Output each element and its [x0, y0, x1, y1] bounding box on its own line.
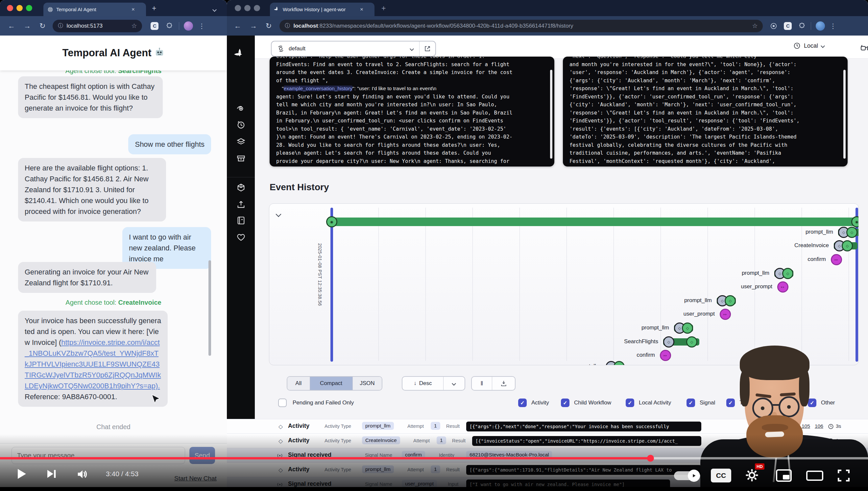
captions-button[interactable]: CC	[711, 469, 731, 483]
timeline-row-label[interactable]: user_prompt	[715, 283, 772, 290]
workflow-input-json-left[interactable]: escription": "Help the user gather args …	[270, 57, 554, 167]
activity-completed-marker[interactable]: ◇	[846, 227, 858, 238]
workflow-execution-bar[interactable]	[332, 218, 857, 226]
chat-scrollbar[interactable]	[209, 260, 211, 356]
docs-book-icon[interactable]	[236, 215, 247, 226]
browser-extension-icon[interactable]	[770, 22, 777, 30]
timezone-select[interactable]: Local	[794, 42, 824, 49]
share-upload-icon[interactable]	[236, 199, 247, 210]
tab-temporal-ai-agent[interactable]: Temporal AI Agent ×	[43, 3, 146, 16]
extensions-puzzle-icon[interactable]	[166, 22, 173, 30]
chrome-menu-icon[interactable]: ⋮	[830, 23, 836, 29]
zoom-window-button[interactable]	[26, 5, 32, 11]
schedules-icon[interactable]	[236, 119, 247, 131]
signal-marker[interactable]: ▸▸	[660, 350, 671, 361]
pending-failed-checkbox[interactable]	[278, 399, 287, 407]
volume-button[interactable]	[76, 468, 89, 481]
activity-completed-marker[interactable]: ◇	[686, 336, 698, 348]
timeline-row-label[interactable]: user_prompt	[657, 311, 715, 317]
filter-local-activity-checkbox[interactable]: ✓	[626, 399, 634, 407]
fullscreen-button[interactable]	[836, 469, 851, 483]
zoom-window-button[interactable]	[254, 5, 260, 11]
workflow-start-marker[interactable]: ◉	[326, 216, 337, 227]
timeline-row-label[interactable]: prompt_llm	[543, 363, 601, 365]
bookmark-star-icon[interactable]: ☆	[752, 22, 757, 30]
view-all-button[interactable]: All	[287, 377, 310, 390]
profile-avatar[interactable]	[184, 21, 193, 31]
download-history-button[interactable]	[492, 377, 515, 390]
extension-c-icon[interactable]: C	[151, 22, 158, 30]
timeline-row-label[interactable]: prompt_llm	[712, 270, 769, 277]
feedback-heart-icon[interactable]	[236, 232, 247, 243]
sort-desc-button[interactable]: ↓Desc	[402, 377, 443, 390]
timeline-row-label[interactable]: confirm	[768, 256, 826, 263]
activity-scheduled-marker[interactable]: ◇	[663, 336, 674, 348]
close-tab-icon[interactable]: ×	[131, 6, 135, 13]
minimize-window-button[interactable]	[244, 5, 251, 11]
address-bar[interactable]: ⓘ localhost:5173 ☆	[53, 20, 142, 32]
timeline-row-label[interactable]: CreateInvoice	[771, 242, 829, 249]
result-code-chip[interactable]: [{"invoiceStatus":"open","invoiceURL":"h…	[472, 436, 701, 446]
extensions-puzzle-icon[interactable]	[798, 22, 806, 30]
temporal-logo-icon[interactable]	[234, 49, 245, 60]
archive-icon[interactable]	[236, 153, 247, 164]
stack-layers-icon[interactable]	[236, 136, 247, 147]
view-compact-button[interactable]: Compact	[310, 377, 353, 390]
activity-completed-marker[interactable]: ◇	[842, 240, 853, 252]
next-button[interactable]	[45, 468, 57, 480]
close-window-button[interactable]	[7, 5, 13, 11]
cube-icon[interactable]	[236, 182, 247, 193]
close-tab-icon[interactable]: ×	[360, 6, 363, 13]
new-tab-button[interactable]: +	[381, 4, 386, 13]
activity-completed-marker[interactable]: ◇	[614, 361, 625, 365]
timeline-row-label[interactable]: confirm	[597, 352, 655, 358]
tab-workflow-history[interactable]: Workflow History | agent-wor ×	[270, 3, 374, 16]
labs-glasses-icon[interactable]	[861, 44, 868, 52]
back-button[interactable]: ←	[234, 22, 241, 30]
close-window-button[interactable]	[235, 5, 241, 11]
site-info-icon[interactable]: ⓘ	[58, 22, 63, 29]
filter-child-workflow-checkbox[interactable]: ✓	[561, 399, 569, 407]
code-scrollbar[interactable]	[843, 70, 846, 158]
bookmark-star-icon[interactable]: ☆	[131, 22, 137, 30]
namespace-select[interactable]: default	[271, 41, 436, 57]
timeline-row-label[interactable]: prompt_llm	[776, 229, 833, 235]
signal-marker[interactable]: ▸▸	[831, 254, 842, 265]
sort-options-chevron[interactable]	[443, 377, 465, 390]
workflow-input-json-right[interactable]: 'next': 'question', 'response': "Could y…	[563, 57, 848, 167]
address-bar[interactable]: ⓘ localhost:8233/namespaces/default/work…	[279, 20, 763, 32]
back-button[interactable]: ←	[8, 22, 15, 30]
settings-gear-icon[interactable]	[745, 468, 759, 482]
filter-signal-checkbox[interactable]: ✓	[686, 399, 695, 407]
forward-button[interactable]: →	[24, 22, 31, 30]
filter-activity-checkbox[interactable]: ✓	[518, 399, 527, 407]
view-json-button[interactable]: JSON	[353, 377, 382, 390]
signal-marker[interactable]: ▸▸	[720, 309, 731, 320]
forward-button[interactable]: →	[250, 22, 257, 30]
open-external-icon[interactable]	[424, 46, 431, 52]
site-info-icon[interactable]: ⓘ	[285, 22, 290, 29]
play-button[interactable]	[14, 467, 28, 481]
timeline-row-label[interactable]: SearchFlights	[601, 338, 658, 345]
pause-feed-button[interactable]: ‖	[472, 377, 492, 390]
extension-c-icon[interactable]: C	[784, 22, 792, 30]
result-code-chip[interactable]: [{"args":{},"next":"done","response":"Yo…	[466, 422, 701, 431]
reload-button[interactable]: ↻	[39, 22, 45, 30]
workflows-icon[interactable]	[236, 103, 247, 114]
activity-completed-marker[interactable]: ◇	[725, 295, 736, 307]
activity-completed-marker[interactable]: ◇	[682, 322, 693, 334]
reload-button[interactable]: ↻	[266, 22, 272, 30]
tab-search-chevron-icon[interactable]	[213, 7, 216, 12]
minimize-window-button[interactable]	[17, 5, 23, 11]
profile-avatar[interactable]	[816, 21, 825, 31]
new-tab-button[interactable]: +	[152, 4, 156, 13]
signal-marker[interactable]: ▸▸	[777, 281, 788, 293]
timeline-row-label[interactable]: prompt_llm	[654, 297, 712, 304]
activity-completed-marker[interactable]: ◇	[782, 268, 794, 279]
miniplayer-button[interactable]	[776, 469, 792, 482]
chrome-menu-icon[interactable]: ⋮	[198, 23, 205, 29]
collapse-timeline-chevron[interactable]	[277, 211, 280, 218]
theater-mode-button[interactable]	[806, 470, 823, 481]
timeline-row-label[interactable]: prompt_llm	[612, 324, 669, 331]
code-scrollbar[interactable]	[550, 70, 552, 158]
